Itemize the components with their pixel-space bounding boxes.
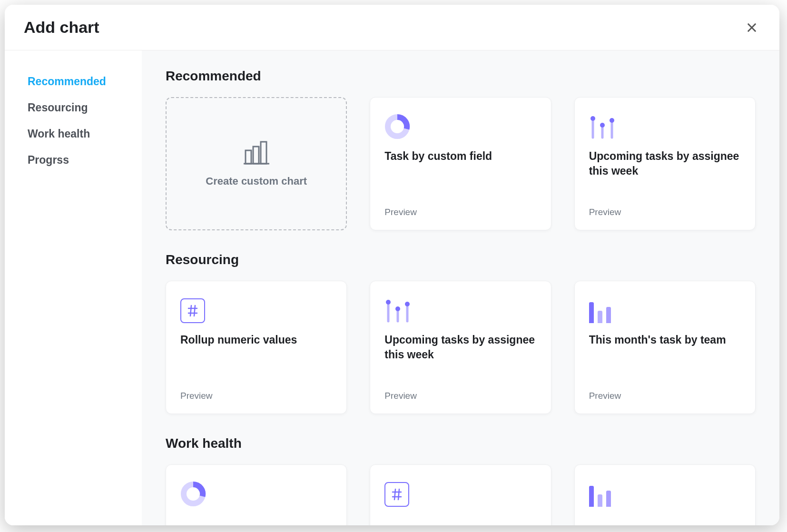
section-title-recommended: Recommended xyxy=(166,69,756,84)
section-work-health: Work health xyxy=(166,436,756,525)
chart-card-rollup-numeric[interactable]: Rollup numeric values Preview xyxy=(166,281,347,414)
svg-line-26 xyxy=(394,489,395,500)
sidebar-item-recommended[interactable]: Recommended xyxy=(28,69,132,95)
create-custom-chart-label: Create custom chart xyxy=(206,175,307,187)
hash-icon xyxy=(384,478,536,507)
modal-body: Recommended Resourcing Work health Progr… xyxy=(5,50,779,525)
bar-chart-icon xyxy=(589,295,741,323)
preview-link[interactable]: Preview xyxy=(589,391,741,401)
chart-card-work-health-3[interactable] xyxy=(574,464,756,525)
add-chart-modal: Add chart Recommended Resourcing Work he… xyxy=(5,5,779,525)
chart-card-work-health-2[interactable] xyxy=(370,464,551,525)
bar-chart-icon xyxy=(243,140,270,165)
svg-line-15 xyxy=(190,305,191,316)
modal-header: Add chart xyxy=(5,5,779,50)
hash-icon xyxy=(180,295,332,323)
close-icon xyxy=(745,21,758,34)
card-title: Rollup numeric values xyxy=(180,333,332,347)
svg-line-16 xyxy=(194,305,195,316)
bar-chart-icon xyxy=(589,478,741,507)
section-resourcing: Resourcing Rollup numeric values xyxy=(166,252,756,414)
preview-link[interactable]: Preview xyxy=(180,391,332,401)
section-recommended: Recommended Create custom chart xyxy=(166,69,756,230)
sidebar-item-progress[interactable]: Progrss xyxy=(28,147,132,173)
sidebar-item-resourcing[interactable]: Resourcing xyxy=(28,95,132,121)
sidebar: Recommended Resourcing Work health Progr… xyxy=(5,50,142,525)
svg-point-12 xyxy=(610,118,614,123)
section-title-work-health: Work health xyxy=(166,436,756,451)
preview-link[interactable]: Preview xyxy=(384,207,536,217)
svg-rect-5 xyxy=(261,142,266,164)
lollipop-chart-icon xyxy=(589,111,741,139)
svg-point-18 xyxy=(386,300,391,305)
modal-title: Add chart xyxy=(24,18,99,37)
svg-rect-4 xyxy=(253,147,259,164)
card-title: Task by custom field xyxy=(384,149,536,164)
card-title: Upcoming tasks by assignee this week xyxy=(384,333,536,362)
card-title: This month's task by team xyxy=(589,333,741,347)
card-row-resourcing: Rollup numeric values Preview xyxy=(166,281,756,414)
sidebar-item-work-health[interactable]: Work health xyxy=(28,121,132,147)
create-custom-chart-card[interactable]: Create custom chart xyxy=(166,97,347,230)
chart-card-month-task-by-team[interactable]: This month's task by team Preview xyxy=(574,281,756,414)
donut-chart-icon xyxy=(180,478,332,507)
preview-link[interactable]: Preview xyxy=(589,207,741,217)
chart-card-upcoming-tasks-assignee[interactable]: Upcoming tasks by assignee this week Pre… xyxy=(574,97,756,230)
svg-point-10 xyxy=(600,123,605,128)
svg-line-27 xyxy=(398,489,399,500)
svg-point-20 xyxy=(395,306,400,311)
content-area[interactable]: Recommended Create custom chart xyxy=(142,50,779,525)
card-row-recommended: Create custom chart Task by custom field… xyxy=(166,97,756,230)
svg-point-8 xyxy=(590,116,595,121)
card-row-work-health xyxy=(166,464,756,525)
chart-card-upcoming-tasks-assignee-2[interactable]: Upcoming tasks by assignee this week Pre… xyxy=(370,281,551,414)
preview-link[interactable]: Preview xyxy=(384,391,536,401)
section-title-resourcing: Resourcing xyxy=(166,252,756,267)
close-button[interactable] xyxy=(743,19,760,36)
card-title: Upcoming tasks by assignee this week xyxy=(589,149,741,178)
lollipop-chart-icon xyxy=(384,295,536,323)
chart-card-task-by-custom-field[interactable]: Task by custom field Preview xyxy=(370,97,551,230)
svg-rect-3 xyxy=(246,150,251,164)
chart-card-work-health-1[interactable] xyxy=(166,464,347,525)
donut-chart-icon xyxy=(384,111,536,139)
svg-point-22 xyxy=(405,302,410,306)
